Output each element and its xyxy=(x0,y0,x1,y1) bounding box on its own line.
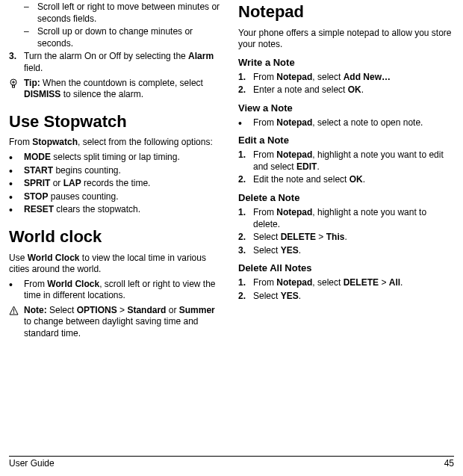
footer-title: User Guide xyxy=(9,458,55,470)
dash: – xyxy=(24,26,37,49)
bullet-icon: • xyxy=(238,117,253,129)
substep-scroll-lr: – Scroll left or right to move between m… xyxy=(24,1,225,25)
stopwatch-start-item: • START begins counting. xyxy=(9,165,225,177)
step-number: 2. xyxy=(238,174,253,186)
heading-delete-note: Delete a Note xyxy=(238,192,454,205)
right-column: Notepad Your phone offers a simple notep… xyxy=(238,1,454,343)
svg-point-6 xyxy=(13,312,15,314)
world-clock-scroll-item: • From World Clock, scroll left or right… xyxy=(9,279,225,302)
heading-write-note: Write a Note xyxy=(238,57,454,69)
tip-text: Tip: When the countdown is complete, sel… xyxy=(24,78,225,101)
notepad-intro: Your phone offers a simple notepad to al… xyxy=(238,28,454,51)
stopwatch-intro: From Stopwatch, select from the followin… xyxy=(9,137,225,149)
write-step-1: 1. From Notepad, select Add New… xyxy=(238,72,454,84)
step-number: 1. xyxy=(238,72,253,84)
page-footer: User Guide 45 xyxy=(9,456,454,470)
heading-notepad: Notepad xyxy=(238,1,454,23)
world-clock-intro: Use World Clock to view the local time i… xyxy=(9,253,225,276)
step-text: Turn the alarm On or Off by selecting th… xyxy=(24,51,225,74)
step-number: 2. xyxy=(238,84,253,96)
substep-scroll-ud: – Scroll up or down to change minutes or… xyxy=(24,26,225,49)
warning-icon xyxy=(9,306,19,319)
delete-step-1: 1. From Notepad, highlight a note you wa… xyxy=(238,207,454,230)
write-step-2: 2. Enter a note and select OK. xyxy=(238,84,454,96)
heading-stopwatch: Use Stopwatch xyxy=(9,111,225,133)
heading-delete-all-notes: Delete All Notes xyxy=(238,262,454,275)
stopwatch-stop-item: • STOP pauses counting. xyxy=(9,191,225,203)
step-number: 3. xyxy=(9,51,24,74)
bullet-icon: • xyxy=(9,279,24,302)
step-number: 2. xyxy=(238,291,253,303)
stopwatch-sprit-lap-item: • SPRIT or LAP records the time. xyxy=(9,178,225,190)
heading-edit-note: Edit a Note xyxy=(238,135,454,147)
substep-text: Scroll left or right to move between min… xyxy=(37,1,225,25)
stopwatch-reset-item: • RESET clears the stopwatch. xyxy=(9,204,225,216)
bullet-icon: • xyxy=(9,178,24,190)
step-number: 2. xyxy=(238,232,253,244)
bullet-icon: • xyxy=(9,204,24,216)
tip-block: Tip: When the countdown is complete, sel… xyxy=(9,78,225,101)
bullet-icon: • xyxy=(9,152,24,164)
heading-world-clock: World clock xyxy=(9,226,225,248)
edit-step-2: 2. Edit the note and select OK. xyxy=(238,174,454,186)
step-number: 1. xyxy=(238,277,253,289)
lightbulb-icon xyxy=(9,78,18,93)
view-note-item: • From Notepad, select a note to open no… xyxy=(238,117,454,129)
bullet-icon: • xyxy=(9,165,24,177)
step-3: 3. Turn the alarm On or Off by selecting… xyxy=(9,51,225,74)
substep-text: Scroll up or down to change minutes or s… xyxy=(37,26,225,49)
delete-step-3: 3. Select YES. xyxy=(238,245,454,257)
step-number: 3. xyxy=(238,245,253,257)
delete-step-2: 2. Select DELETE > This. xyxy=(238,232,454,244)
delete-all-step-2: 2. Select YES. xyxy=(238,291,454,303)
heading-view-note: View a Note xyxy=(238,102,454,115)
page-number: 45 xyxy=(444,458,454,470)
left-column: – Scroll left or right to move between m… xyxy=(9,1,225,343)
note-text: Note: Select OPTIONS > Standard or Summe… xyxy=(24,305,225,340)
stopwatch-mode-item: • MODE selects split timing or lap timin… xyxy=(9,152,225,164)
step-number: 1. xyxy=(238,207,253,230)
delete-all-step-1: 1. From Notepad, select DELETE > All. xyxy=(238,277,454,289)
dash: – xyxy=(24,1,37,25)
bullet-icon: • xyxy=(9,191,24,203)
step-number: 1. xyxy=(238,149,253,173)
note-block: Note: Select OPTIONS > Standard or Summe… xyxy=(9,305,225,340)
edit-step-1: 1. From Notepad, highlight a note you wa… xyxy=(238,149,454,173)
svg-rect-1 xyxy=(13,85,15,87)
